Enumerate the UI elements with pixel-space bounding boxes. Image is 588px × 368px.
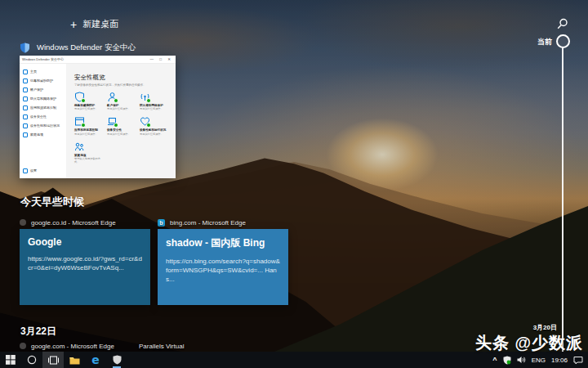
defender-shield-icon — [113, 355, 122, 365]
folder-icon — [69, 356, 80, 365]
check-badge — [81, 98, 87, 104]
check-badge — [81, 123, 87, 128]
tile-family-options[interactable]: 家庭选项 管理家人使用设备的方式。 — [74, 141, 105, 164]
defender-taskbar-button[interactable] — [106, 352, 127, 368]
sidebar-item-firewall[interactable]: 防火墙和网络保护 — [20, 94, 66, 103]
sidebar-item-virus-protection[interactable]: 病毒和威胁防护 — [20, 76, 66, 85]
laptop-icon — [23, 114, 28, 119]
defender-app-title: Windows Defender 安全中心 — [37, 43, 136, 53]
plus-icon: + — [70, 20, 77, 29]
sidebar-item-family-options[interactable]: 家庭选项 — [20, 130, 66, 139]
activity-card-google[interactable]: Google https://www.google.co.id/?gws_rd=… — [20, 229, 150, 305]
check-badge — [146, 123, 152, 128]
search-icon[interactable] — [556, 18, 568, 30]
card-source-parallels[interactable]: Parallels Virtual — [139, 341, 184, 351]
tray-defender-icon[interactable] — [503, 356, 511, 365]
google-favicon — [20, 343, 26, 349]
activity-card-bing-shadow[interactable]: shadow - 国内版 Bing https://cn.bing.com/se… — [158, 229, 288, 305]
security-overview-subtitle: 了解设备的安全性和运行状况，并执行所需的任何操作。 — [74, 83, 176, 87]
bing-favicon: b — [158, 219, 165, 227]
check-badge — [114, 98, 119, 104]
defender-shield-icon — [20, 43, 30, 53]
gear-icon — [23, 168, 28, 173]
section-earlier-today: 今天早些时候 — [20, 195, 84, 209]
defender-window-preview[interactable]: Windows Defender 安全中心 — □ ✕ 主页 病毒和威胁防护 帐… — [20, 56, 176, 178]
sidebar-item-home[interactable]: 主页 — [20, 67, 66, 76]
defender-titlebar-text: Windows Defender 安全中心 — [22, 57, 150, 61]
security-tiles: 病毒和威胁防护 无需执行任何操作。 帐户保护 无需执行任何操作。 防火墙和网络保… — [74, 92, 172, 169]
security-overview-title: 安全性概览 — [74, 74, 176, 82]
window-controls[interactable]: — □ ✕ — [150, 57, 174, 61]
new-desktop-button[interactable]: + 新建桌面 — [70, 18, 118, 30]
heart-icon — [23, 123, 28, 128]
task-view-icon — [48, 356, 59, 365]
sidebar-item-device-security[interactable]: 设备安全性 — [20, 112, 66, 121]
timeline-current-label: 当前 — [514, 37, 552, 47]
cortana-button[interactable] — [21, 352, 42, 368]
card-source-google-com[interactable]: google.com - Microsoft Edge — [20, 341, 114, 351]
section-march-22: 3月22日 — [20, 325, 56, 339]
tile-virus-protection[interactable]: 病毒和威胁防护 无需执行任何操作。 — [74, 92, 105, 110]
tile-firewall[interactable]: 防火墙和网络保护 无需执行任何操作。 — [140, 92, 171, 110]
shield-icon — [23, 79, 28, 83]
person-icon — [23, 88, 28, 92]
show-hidden-icons-button[interactable]: ^ — [492, 356, 497, 364]
defender-sidebar: 主页 病毒和威胁防护 帐户保护 防火墙和网络保护 应用和浏览器控制 设备安全性 … — [20, 64, 66, 178]
card-title: Google — [28, 236, 142, 248]
firewall-icon — [23, 96, 28, 101]
start-button[interactable] — [0, 352, 21, 368]
language-indicator[interactable]: ENG — [532, 357, 546, 364]
app-window-icon — [23, 105, 28, 110]
volume-icon[interactable] — [517, 356, 526, 364]
edge-button[interactable]: e — [85, 352, 106, 368]
defender-main-pane: 安全性概览 了解设备的安全性和运行状况，并执行所需的任何操作。 病毒和威胁防护 … — [66, 64, 176, 178]
new-desktop-label: 新建桌面 — [82, 18, 118, 30]
timeline-scrollbar[interactable] — [562, 47, 564, 368]
windows-logo-icon — [6, 355, 16, 365]
taskbar: e ^ ENG 19:06 — [0, 352, 588, 368]
tile-app-browser-control[interactable]: 应用和浏览器控制 无需执行任何操作。 — [74, 116, 105, 135]
card-source-bing: b bing.com - Microsoft Edge — [158, 218, 246, 227]
check-badge — [114, 123, 119, 128]
card-url: https://cn.bing.com/search?q=shadow&form… — [166, 257, 280, 285]
sidebar-item-app-browser-control[interactable]: 应用和浏览器控制 — [20, 103, 66, 112]
tile-account-protection[interactable]: 帐户保护 无需执行任何操作。 — [107, 92, 138, 110]
defender-window-label: Windows Defender 安全中心 — [20, 43, 136, 53]
card-url: https://www.google.co.id/?gws_rd=cr&dcr=… — [28, 254, 142, 272]
card-source-google-coid: google.co.id - Microsoft Edge — [20, 218, 116, 227]
task-view-button[interactable] — [42, 352, 64, 368]
tile-device-performance[interactable]: 设备性能和运行状况 无需执行任何操作。 — [140, 116, 171, 135]
edge-icon: e — [91, 354, 100, 366]
sidebar-item-settings[interactable]: 设置 — [20, 166, 66, 175]
timeline-date-marker: 3月20日 — [503, 323, 557, 332]
sidebar-item-device-performance[interactable]: 设备性能和运行状况 — [20, 121, 66, 130]
check-badge — [146, 98, 152, 104]
google-favicon — [20, 219, 26, 226]
card-title: shadow - 国内版 Bing — [166, 236, 280, 250]
tile-device-security[interactable]: 设备安全性 无需执行任何操作。 — [107, 116, 138, 135]
cortana-circle-icon — [27, 355, 37, 365]
family-icon — [23, 132, 28, 137]
file-explorer-button[interactable] — [64, 352, 85, 368]
sidebar-item-account-protection[interactable]: 帐户保护 — [20, 85, 66, 94]
timeline-current-marker[interactable] — [556, 34, 570, 48]
watermark-text: 头条 @少数派 — [475, 332, 583, 354]
clock[interactable]: 19:06 — [551, 357, 568, 364]
family-icon — [74, 141, 85, 152]
action-center-icon[interactable] — [573, 356, 583, 365]
home-icon — [23, 70, 28, 74]
defender-titlebar: Windows Defender 安全中心 — □ ✕ — [20, 56, 176, 64]
